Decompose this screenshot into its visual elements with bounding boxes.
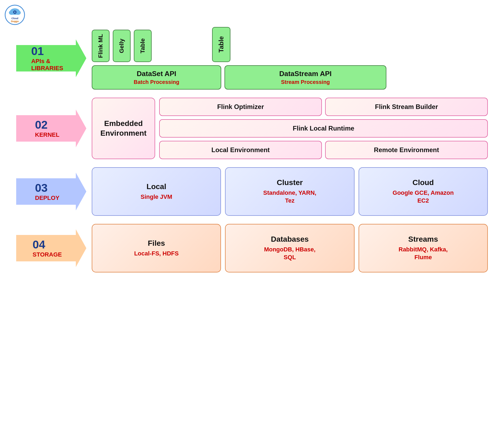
svg-point-5 — [14, 11, 16, 13]
logo: Cloud Duggu — [4, 4, 26, 27]
flink-ml-box: Flink ML — [92, 30, 110, 62]
deploy-cluster-box: Cluster Standalone, YARN, Tez — [225, 167, 354, 216]
remote-environment-box: Remote Environment — [325, 141, 488, 159]
deploy-local-box: Local Single JVM — [92, 167, 221, 216]
dataset-api-title: DataSet API — [137, 70, 176, 78]
kernel-right-panels: Flink Optimizer Flink Stream Builder Fli… — [159, 98, 488, 159]
flink-local-runtime-box: Flink Local Runtime — [159, 119, 488, 138]
local-environment-box: Local Environment — [159, 141, 322, 159]
section4-arrow: 04 STORAGE — [16, 229, 86, 267]
section1-row: 01 APIs & LIBRARIES Flink ML Gelly Table… — [16, 27, 488, 90]
storage-databases-title: Databases — [271, 235, 309, 244]
section4-label: STORAGE — [33, 251, 62, 258]
storage-databases-box: Databases MongoDB, HBase, SQL — [225, 224, 354, 272]
flink-optimizer-box: Flink Optimizer — [159, 98, 322, 116]
section2-num: 02 — [35, 118, 48, 131]
section1-arrow: 01 APIs & LIBRARIES — [16, 39, 86, 77]
section3-num: 03 — [35, 182, 48, 194]
storage-streams-box: Streams RabbitMQ, Kafka, Flume — [359, 224, 488, 272]
storage-files-box: Files Local-FS, HDFS — [92, 224, 221, 272]
datastream-api-sub: Stream Processing — [281, 79, 330, 85]
section4-num: 04 — [33, 238, 45, 251]
storage-databases-sub: MongoDB, HBase, SQL — [264, 246, 316, 261]
storage-files-title: Files — [148, 239, 165, 248]
deploy-cloud-title: Cloud — [413, 178, 434, 187]
deploy-cloud-sub: Google GCE, Amazon EC2 — [393, 189, 454, 204]
section3-arrow: 03 DEPLOY — [16, 173, 86, 210]
embedded-environment-box: Embedded Environment — [92, 98, 155, 159]
section3-label: DEPLOY — [35, 194, 59, 201]
section1-label: APIs & LIBRARIES — [31, 58, 63, 72]
table-box-right: Table — [212, 27, 230, 62]
section1-content: Flink ML Gelly Table Table DataSet API B… — [92, 27, 488, 90]
dataset-api-box: DataSet API Batch Processing — [92, 65, 221, 90]
deploy-cloud-box: Cloud Google GCE, Amazon EC2 — [359, 167, 488, 216]
deploy-local-title: Local — [147, 182, 166, 191]
datastream-api-box: DataStream API Stream Processing — [224, 65, 386, 90]
dataset-api-sub: Batch Processing — [134, 79, 179, 85]
section3-row: 03 DEPLOY Local Single JVM Cluster Stand… — [16, 167, 488, 216]
storage-files-sub: Local-FS, HDFS — [134, 250, 179, 258]
table-box-left: Table — [134, 30, 152, 62]
storage-streams-title: Streams — [408, 235, 438, 244]
svg-text:Duggu: Duggu — [11, 20, 19, 23]
section4-row: 04 STORAGE Files Local-FS, HDFS Database… — [16, 224, 488, 272]
section1-num: 01 — [31, 45, 44, 58]
section3-content: Local Single JVM Cluster Standalone, YAR… — [92, 167, 488, 216]
section2-row: 02 KERNEL Embedded Environment Flink Opt… — [16, 98, 488, 159]
section2-label: KERNEL — [35, 131, 59, 138]
storage-streams-sub: RabbitMQ, Kafka, Flume — [399, 246, 448, 261]
section2-content: Embedded Environment Flink Optimizer Fli… — [92, 98, 488, 159]
deploy-cluster-sub: Standalone, YARN, Tez — [263, 189, 316, 204]
svg-text:Cloud: Cloud — [11, 17, 18, 20]
section4-content: Files Local-FS, HDFS Databases MongoDB, … — [92, 224, 488, 272]
deploy-cluster-title: Cluster — [277, 178, 303, 187]
datastream-api-title: DataStream API — [279, 70, 332, 78]
flink-stream-builder-box: Flink Stream Builder — [325, 98, 488, 116]
deploy-local-sub: Single JVM — [141, 193, 172, 201]
section2-arrow: 02 KERNEL — [16, 110, 86, 147]
gelly-box: Gelly — [113, 30, 131, 62]
